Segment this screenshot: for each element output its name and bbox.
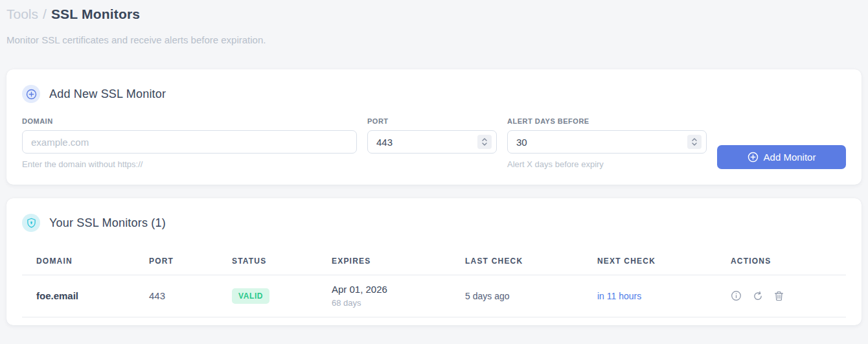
domain-input[interactable] (22, 130, 357, 154)
port-field-group: PORT (367, 117, 497, 154)
list-card-header: Your SSL Monitors (1) (22, 214, 846, 232)
monitor-status-cell: VALID (218, 275, 317, 317)
breadcrumb-separator: / (43, 6, 47, 21)
column-header-domain: DOMAIN (22, 249, 135, 275)
column-header-actions: ACTIONS (716, 249, 846, 275)
alert-days-label: ALERT DAYS BEFORE (507, 117, 707, 125)
table-header-row: DOMAIN PORT STATUS EXPIRES LAST CHECK NE… (22, 249, 846, 275)
monitor-port: 443 (135, 275, 218, 317)
alert-days-input[interactable] (507, 130, 707, 154)
submit-column: Add Monitor (717, 117, 846, 169)
monitor-last-check: 5 days ago (451, 275, 583, 317)
monitor-actions-cell (716, 275, 846, 317)
monitors-list-card: Your SSL Monitors (1) DOMAIN PORT STATUS… (6, 198, 862, 325)
page-subtitle: Monitor SSL certificates and receive ale… (6, 34, 862, 45)
shield-icon (22, 214, 40, 232)
alert-days-field-group: ALERT DAYS BEFORE Alert X days before ex… (507, 117, 707, 169)
column-header-last-check: LAST CHECK (451, 249, 583, 275)
port-label: PORT (367, 117, 497, 125)
port-stepper[interactable] (477, 135, 492, 149)
expires-days-remaining: 68 days (332, 298, 451, 308)
domain-field-group: DOMAIN Enter the domain without https:// (22, 117, 357, 169)
column-header-expires: EXPIRES (317, 249, 451, 275)
add-card-title: Add New SSL Monitor (49, 87, 166, 101)
refresh-icon[interactable] (753, 291, 763, 301)
monitor-next-check: in 11 hours (583, 275, 716, 317)
table-row: foe.email 443 VALID Apr 01, 2026 68 days… (22, 275, 846, 317)
column-header-status: STATUS (218, 249, 317, 275)
chevron-up-down-icon (481, 137, 488, 146)
page-title: SSL Monitors (51, 6, 140, 21)
chevron-up-down-icon (691, 137, 698, 146)
plus-circle-icon (748, 152, 759, 163)
add-monitor-button-label: Add Monitor (764, 152, 816, 163)
breadcrumb-tools-link[interactable]: Tools (6, 6, 38, 21)
add-monitor-button[interactable]: Add Monitor (717, 145, 846, 169)
plus-circle-icon (22, 85, 40, 103)
alert-days-stepper[interactable] (687, 135, 702, 149)
monitors-table: DOMAIN PORT STATUS EXPIRES LAST CHECK NE… (22, 249, 846, 317)
add-monitor-form: DOMAIN Enter the domain without https://… (22, 117, 846, 169)
domain-helper-text: Enter the domain without https:// (22, 159, 357, 169)
monitor-domain: foe.email (22, 275, 135, 317)
add-card-header: Add New SSL Monitor (22, 85, 846, 103)
breadcrumb: Tools/SSL Monitors (6, 5, 862, 23)
monitor-expires-cell: Apr 01, 2026 68 days (317, 275, 451, 317)
domain-label: DOMAIN (22, 117, 357, 125)
ssl-monitors-page: Tools/SSL Monitors Monitor SSL certifica… (0, 0, 868, 325)
status-badge: VALID (232, 288, 269, 304)
expires-date: Apr 01, 2026 (332, 284, 451, 295)
trash-icon[interactable] (774, 291, 784, 301)
alert-days-helper-text: Alert X days before expiry (507, 159, 707, 169)
column-header-port: PORT (135, 249, 218, 275)
add-monitor-card: Add New SSL Monitor DOMAIN Enter the dom… (6, 69, 862, 185)
info-icon[interactable] (731, 290, 742, 301)
list-card-title: Your SSL Monitors (1) (49, 216, 166, 230)
column-header-next-check: NEXT CHECK (583, 249, 716, 275)
